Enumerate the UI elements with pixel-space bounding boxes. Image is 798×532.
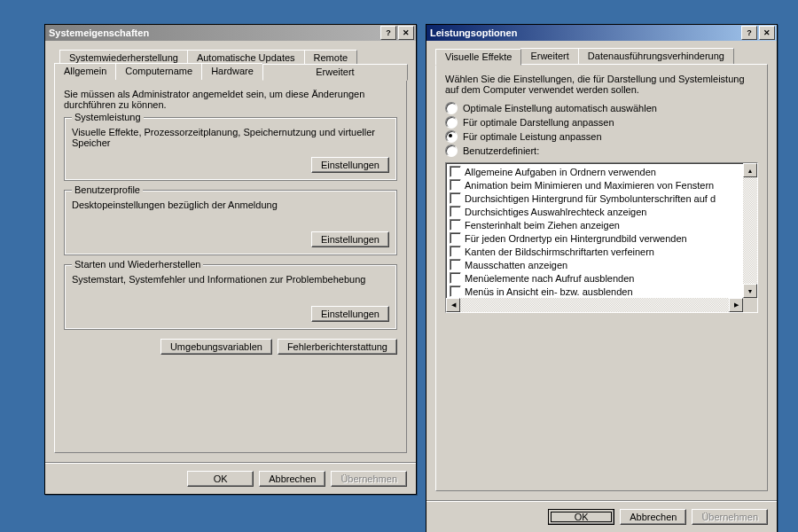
group-title: Benutzerprofile (72, 184, 143, 195)
titlebar[interactable]: Systemeigenschaften ? ✕ (45, 25, 416, 41)
tab-visual-effects[interactable]: Visuelle Effekte (435, 49, 521, 66)
help-button[interactable]: ? (380, 26, 396, 40)
checkbox-label: Durchsichtiges Auswahlrechteck anzeigen (465, 207, 646, 217)
checkbox-label: Durchsichtigen Hintergrund für Symbolunt… (465, 193, 716, 204)
checkbox-icon[interactable] (450, 179, 461, 191)
radio-icon[interactable] (445, 116, 458, 129)
checkbox-label: Mausschatten anzeigen (465, 260, 567, 270)
checkbox-icon[interactable] (450, 232, 461, 244)
vertical-scrollbar[interactable]: ▲ ▼ (743, 163, 757, 298)
list-item[interactable]: Kanten der Bildschirmschriftarten verfei… (448, 245, 741, 258)
system-properties-dialog: Systemeigenschaften ? ✕ Systemwiederhers… (44, 24, 417, 495)
radio-option[interactable]: Für optimale Leistung anpassen (445, 130, 758, 143)
checkbox-icon[interactable] (450, 166, 461, 177)
scroll-down-icon[interactable]: ▼ (743, 284, 757, 298)
checkbox-label: Menüs in Ansicht ein- bzw. ausblenden (465, 286, 633, 297)
error-reporting-button[interactable]: Fehlerberichterstattung (278, 339, 397, 355)
radio-option[interactable]: Optimale Einstellung automatisch auswähl… (445, 102, 758, 114)
intro-text: Sie müssen als Administrator angemeldet … (64, 89, 397, 110)
close-button[interactable]: ✕ (759, 26, 775, 40)
list-item[interactable]: Fensterinhalt beim Ziehen anzeigen (448, 218, 741, 231)
tab-computername[interactable]: Computername (115, 63, 202, 80)
scroll-left-icon[interactable]: ◀ (446, 298, 460, 312)
tab-dep[interactable]: Datenausführungsverhinderung (578, 48, 734, 65)
window-title: Systemeigenschaften (47, 27, 379, 38)
cancel-button[interactable]: Abbrechen (259, 471, 325, 487)
scroll-right-icon[interactable]: ▶ (729, 298, 743, 312)
intro-text: Wählen Sie die Einstellungen, die für Da… (445, 74, 758, 95)
checkbox-icon[interactable] (450, 206, 461, 217)
titlebar[interactable]: Leistungsoptionen ? ✕ (426, 25, 777, 41)
performance-group: Systemleistung Visuelle Effekte, Prozess… (64, 117, 397, 181)
radio-group: Optimale Einstellung automatisch auswähl… (445, 102, 758, 157)
checkbox-icon[interactable] (450, 286, 461, 297)
group-title: Starten und Wiederherstellen (72, 259, 203, 270)
radio-icon[interactable] (445, 102, 458, 114)
checkbox-icon[interactable] (450, 192, 461, 204)
list-item[interactable]: Mausschatten anzeigen (448, 258, 741, 271)
tab-advanced[interactable]: Erweitert (520, 48, 578, 65)
settings-button-profiles[interactable]: Einstellungen (311, 231, 389, 247)
radio-option[interactable]: Für optimale Darstellung anpassen (445, 116, 758, 129)
advanced-panel: Sie müssen als Administrator angemeldet … (54, 79, 407, 453)
settings-button-performance[interactable]: Einstellungen (311, 157, 389, 173)
cancel-button[interactable]: Abbrechen (620, 509, 686, 525)
group-text: Desktopeinstellungen bezüglich der Anmel… (72, 200, 389, 210)
list-item[interactable]: Animation beim Minimieren und Maximieren… (448, 178, 741, 192)
effects-listbox[interactable]: Allgemeine Aufgaben in Ordnern verwenden… (445, 162, 758, 313)
scroll-up-icon[interactable]: ▲ (743, 163, 757, 177)
list-item[interactable]: Menüelemente nach Aufruf ausblenden (448, 271, 741, 285)
ok-button[interactable]: OK (187, 471, 254, 487)
scroll-track[interactable] (460, 298, 729, 312)
group-title: Systemleistung (72, 112, 144, 122)
radio-label: Optimale Einstellung automatisch auswähl… (463, 103, 657, 113)
settings-button-startup[interactable]: Einstellungen (311, 306, 389, 322)
list-item[interactable]: Durchsichtiges Auswahlrechteck anzeigen (448, 205, 741, 218)
list-item[interactable]: Menüs in Ansicht ein- bzw. ausblenden (448, 285, 741, 298)
list-item[interactable]: Für jeden Ordnertyp ein Hintergrundbild … (448, 231, 741, 245)
radio-label: Benutzerdefiniert: (463, 145, 539, 156)
checkbox-label: Animation beim Minimieren und Maximieren… (465, 180, 714, 191)
apply-button[interactable]: Übernehmen (692, 509, 768, 525)
apply-button[interactable]: Übernehmen (331, 471, 407, 487)
checkbox-label: Allgemeine Aufgaben in Ordnern verwenden (465, 167, 656, 177)
radio-label: Für optimale Darstellung anpassen (463, 117, 614, 128)
tab-general[interactable]: Allgemein (54, 63, 116, 80)
list-item[interactable]: Allgemeine Aufgaben in Ordnern verwenden (448, 165, 741, 178)
scroll-corner (743, 298, 757, 312)
checkbox-icon[interactable] (450, 219, 461, 231)
checkbox-label: Für jeden Ordnertyp ein Hintergrundbild … (465, 233, 687, 244)
userprofiles-group: Benutzerprofile Desktopeinstellungen bez… (64, 190, 397, 255)
visual-effects-panel: Wählen Sie die Einstellungen, die für Da… (435, 64, 768, 491)
radio-option[interactable]: Benutzerdefiniert: (445, 145, 758, 157)
checkbox-icon[interactable] (450, 246, 461, 257)
ok-button[interactable]: OK (548, 509, 614, 525)
group-text: Visuelle Effekte, Prozessorzeitplanung, … (72, 127, 389, 148)
group-text: Systemstart, Systemfehler und Informatio… (72, 274, 389, 285)
close-button[interactable]: ✕ (398, 26, 414, 40)
radio-label: Für optimale Leistung anpassen (463, 131, 602, 142)
checkbox-icon[interactable] (450, 272, 461, 284)
help-button[interactable]: ? (741, 26, 757, 40)
checkbox-icon[interactable] (450, 259, 461, 270)
env-vars-button[interactable]: Umgebungsvariablen (160, 339, 272, 355)
performance-options-dialog: Leistungsoptionen ? ✕ Visuelle Effekte E… (426, 24, 778, 532)
startup-group: Starten und Wiederherstellen Systemstart… (64, 264, 397, 330)
checkbox-label: Kanten der Bildschirmschriftarten verfei… (465, 246, 654, 257)
horizontal-scrollbar[interactable]: ◀ ▶ (446, 298, 743, 312)
radio-icon[interactable] (445, 145, 458, 157)
radio-icon[interactable] (445, 130, 458, 143)
tab-advanced[interactable]: Erweitert (262, 64, 408, 81)
checkbox-label: Fensterinhalt beim Ziehen anzeigen (465, 220, 620, 231)
list-item[interactable]: Durchsichtigen Hintergrund für Symbolunt… (448, 192, 741, 205)
checkbox-label: Menüelemente nach Aufruf ausblenden (465, 273, 634, 284)
scroll-track[interactable] (743, 177, 757, 284)
window-title: Leistungsoptionen (428, 27, 739, 38)
tab-hardware[interactable]: Hardware (201, 63, 263, 80)
